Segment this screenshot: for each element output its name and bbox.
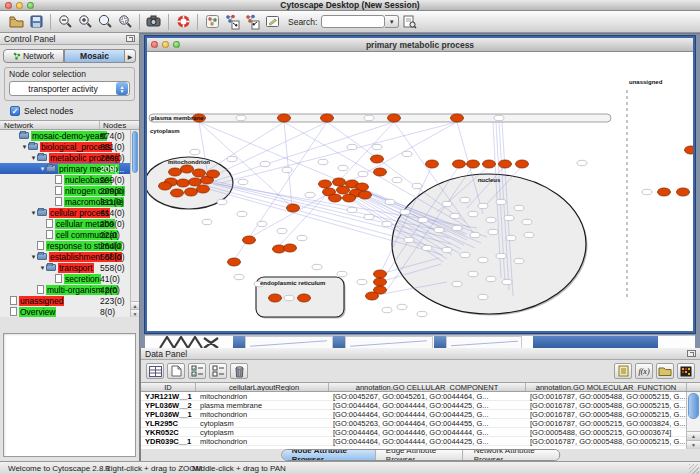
tab-network[interactable]: Network <box>3 49 64 63</box>
network-node[interactable] <box>190 149 200 154</box>
selected-network-node[interactable] <box>388 114 401 122</box>
scroll-down-icon[interactable]: ▼ <box>131 309 139 317</box>
selected-network-node[interactable] <box>189 178 202 186</box>
table-cell[interactable]: plasma membrane <box>196 401 329 410</box>
table-cell[interactable]: [GO:0044464, GO:0044446, GO:0044444, G..… <box>329 428 526 437</box>
selected-network-node[interactable] <box>181 165 194 173</box>
table-cell[interactable]: YPL036W__2 <box>141 401 196 410</box>
selected-network-node[interactable] <box>337 186 350 194</box>
network-node[interactable] <box>305 192 315 197</box>
selected-network-node[interactable] <box>483 160 496 168</box>
selected-network-node[interactable] <box>197 185 210 193</box>
network-node[interactable] <box>382 307 392 312</box>
network-node[interactable] <box>402 151 412 156</box>
selected-network-node[interactable] <box>426 160 439 168</box>
table-row[interactable]: YDR039C__1mitochondrion[GO:0044464, GO:0… <box>141 437 686 446</box>
tree-column-nodes[interactable]: Nodes <box>99 121 126 129</box>
selected-network-node[interactable] <box>333 178 346 186</box>
network-node[interactable] <box>236 115 246 120</box>
network-node[interactable] <box>496 253 506 258</box>
table-cell[interactable]: mitochondrion <box>196 437 329 446</box>
zoom-fit-icon[interactable] <box>95 12 115 31</box>
table-cell[interactable]: YLR295C <box>141 419 196 428</box>
selected-network-node[interactable] <box>321 114 334 122</box>
network-window-titlebar[interactable]: primary metabolic process <box>147 38 693 52</box>
column-header-id[interactable]: ID <box>141 383 196 391</box>
tab-overflow-icon[interactable]: ▶ <box>125 49 136 63</box>
float-panel-icon[interactable] <box>126 35 135 42</box>
table-cell[interactable]: [GO:0044464, GO:0044444, GO:0044425, G..… <box>329 410 526 419</box>
table-scrollbar[interactable]: ▲ ▼ <box>686 392 700 449</box>
network-node[interactable] <box>486 217 496 222</box>
tree-item-label[interactable]: unassigned <box>19 296 64 306</box>
selected-network-node[interactable] <box>374 168 387 176</box>
network-node[interactable] <box>260 161 270 166</box>
table-cell[interactable]: [GO:0044464, GO:0044444, GO:0044425, G..… <box>329 437 526 446</box>
network-node[interactable] <box>227 156 237 161</box>
network-node[interactable] <box>452 225 462 230</box>
tree-row[interactable]: ▼metabolic process280(0) <box>0 152 139 163</box>
network-node[interactable] <box>522 219 532 224</box>
delete-attribute-icon[interactable] <box>230 363 248 379</box>
selected-network-node[interactable] <box>319 180 332 188</box>
tab-edge-attribute-browser[interactable]: Edge Attribute Browser <box>376 450 464 460</box>
network-node[interactable] <box>418 217 428 222</box>
birdseye-view[interactable] <box>3 333 136 457</box>
selected-network-node[interactable] <box>366 292 379 300</box>
network-node[interactable] <box>506 235 516 240</box>
network-node[interactable] <box>392 177 402 182</box>
float-panel-icon[interactable] <box>687 350 696 357</box>
expand-arrow-icon[interactable]: ▼ <box>30 155 37 161</box>
table-cell[interactable]: YDR039C__1 <box>141 437 196 446</box>
selected-network-node[interactable] <box>371 155 384 163</box>
tree-row[interactable]: ▼transport558(0) <box>0 262 139 273</box>
new-attribute-icon[interactable] <box>167 363 185 379</box>
tree-row[interactable]: nucleobase-209(0) <box>0 174 139 185</box>
table-cell[interactable]: [GO:0016787, GO:0005215, GO:0003824, G..… <box>526 419 686 428</box>
node-color-dropdown[interactable]: transporter activity ▲▼ <box>9 81 130 96</box>
tree-row[interactable]: unassigned223(0) <box>0 295 139 306</box>
column-header-region[interactable]: _cellularLayoutRegion <box>196 383 329 391</box>
tree-row[interactable]: ▼primary metabo209(... <box>0 163 139 174</box>
tree-row[interactable]: macromolecule311(0) <box>0 196 139 207</box>
tab-node-attribute-browser[interactable]: Node Attribute Browser <box>282 450 376 460</box>
tree-item-label[interactable]: mosaic-demo-yeast <box>31 131 107 141</box>
tree-row[interactable]: mosaic-demo-yeast874(0) <box>0 130 139 141</box>
network-node[interactable] <box>502 279 512 284</box>
tree-row[interactable]: cellular metabo209(0) <box>0 218 139 229</box>
formula-icon[interactable]: f(x) <box>635 363 653 379</box>
import-attributes-icon[interactable] <box>656 363 674 379</box>
network-node[interactable] <box>642 189 652 194</box>
table-scrollbar-thumb[interactable] <box>688 393 699 419</box>
network-node[interactable] <box>257 221 267 226</box>
tree-row[interactable]: Overview8(0) <box>0 306 139 317</box>
tree-item-label[interactable]: secretion <box>64 274 101 284</box>
zoom-selected-icon[interactable] <box>115 12 135 31</box>
network-node[interactable] <box>434 227 444 232</box>
network-node[interactable] <box>468 271 478 276</box>
tab-network-attribute-browser[interactable]: Network Attribute Browser <box>464 450 560 460</box>
network-node[interactable] <box>382 221 392 226</box>
tree-row[interactable]: cell communicat22(0) <box>0 229 139 240</box>
network-node[interactable] <box>372 144 382 149</box>
network-node[interactable] <box>478 294 488 299</box>
scroll-up-icon[interactable]: ▲ <box>131 301 139 309</box>
column-header-cellular-component[interactable]: annotation.GO CELLULAR_COMPONENT <box>329 383 526 391</box>
expand-arrow-icon[interactable]: ▼ <box>39 265 46 271</box>
selected-network-node[interactable] <box>169 168 182 176</box>
scroll-down-icon[interactable]: ▼ <box>687 440 700 449</box>
selected-network-node[interactable] <box>228 258 241 266</box>
selected-network-node[interactable] <box>343 194 356 202</box>
selected-network-node[interactable] <box>185 188 198 196</box>
network-canvas[interactable]: plasma membranecytoplasmmitochondrionnuc… <box>147 52 693 331</box>
selected-network-node[interactable] <box>467 160 480 168</box>
network-node[interactable] <box>364 115 374 120</box>
unselect-attributes-icon[interactable] <box>209 363 227 379</box>
tree-scrollbar-thumb[interactable] <box>132 131 138 173</box>
network-node[interactable] <box>277 228 287 233</box>
network-node[interactable] <box>337 271 347 276</box>
expand-arrow-icon[interactable]: ▼ <box>30 210 37 216</box>
network-node[interactable] <box>297 235 307 240</box>
table-cell[interactable]: mitochondrion <box>196 392 329 401</box>
table-cell[interactable]: [GO:0005488, GO:0005215, GO:0003674] <box>526 428 686 437</box>
